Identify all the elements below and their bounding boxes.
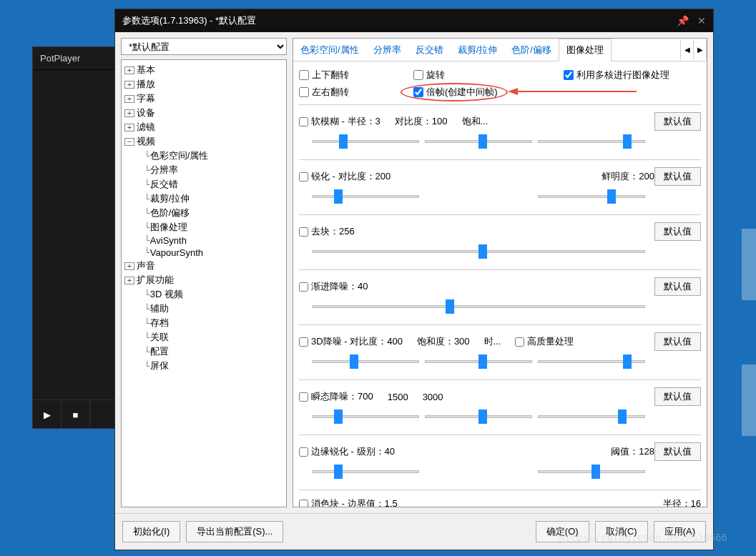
- transient-slider-2[interactable]: [538, 409, 645, 425]
- tree-item-14[interactable]: +声音: [122, 259, 286, 273]
- 3d-denoise-slider-0[interactable]: [312, 354, 419, 369]
- desktop-edge-panel: [742, 364, 756, 436]
- tree-toggle-icon[interactable]: +: [124, 109, 134, 117]
- dialog-titlebar: 参数选项(1.7.13963) - *默认配置 📌 ✕: [115, 9, 713, 32]
- tree-item-2[interactable]: +字幕: [122, 91, 286, 106]
- tree-item-21[interactable]: └ 屏保: [122, 359, 286, 373]
- soft-blur-slider-0[interactable]: [312, 134, 419, 149]
- tree-toggle-icon[interactable]: +: [124, 95, 134, 103]
- close-icon[interactable]: ✕: [697, 15, 706, 26]
- soft-blur-slider-2[interactable]: [538, 134, 645, 149]
- tree-item-8[interactable]: └ 反交错: [122, 177, 286, 192]
- pin-icon[interactable]: 📌: [677, 15, 689, 26]
- play-button[interactable]: ▶: [33, 400, 62, 429]
- potplayer-main-window: PotPlayer ▶ ■: [32, 46, 125, 429]
- edge-sharpen-default-button[interactable]: 默认值: [654, 442, 701, 461]
- export-button[interactable]: 导出当前配置(S)...: [186, 521, 283, 542]
- reset-button[interactable]: 初始化(I): [122, 521, 180, 542]
- 3d-denoise-checkbox[interactable]: [299, 337, 308, 347]
- tree-item-9[interactable]: └ 裁剪/拉伸: [122, 192, 286, 206]
- tab-图像处理[interactable]: 图像处理: [559, 39, 612, 61]
- prog-denoise-default-button[interactable]: 默认值: [654, 277, 701, 296]
- section-edge-sharpen: 边缘锐化 - 级别：40阈值：128默认值: [299, 435, 701, 484]
- ok-button[interactable]: 确定(O): [536, 521, 589, 542]
- tree-item-6[interactable]: └ 色彩空间/属性: [122, 149, 286, 163]
- section-soft-blur: 软模糊 - 半径：3对比度：100饱和...默认值: [299, 104, 701, 154]
- tab-next-icon[interactable]: ▶: [694, 41, 707, 59]
- tree-item-18[interactable]: └ 存档: [122, 316, 286, 330]
- prog-denoise-checkbox[interactable]: [299, 282, 308, 292]
- tree-item-15[interactable]: +扩展功能: [122, 273, 286, 287]
- edge-sharpen-slider-2[interactable]: [538, 464, 645, 480]
- tree-item-4[interactable]: +滤镜: [122, 120, 286, 134]
- soft-blur-slider-1[interactable]: [425, 134, 532, 149]
- flip-vertical-checkbox[interactable]: 上下翻转: [299, 69, 392, 81]
- flip-horizontal-checkbox[interactable]: 左右翻转: [299, 86, 392, 99]
- cancel-button[interactable]: 取消(C): [595, 521, 648, 542]
- tree-item-16[interactable]: └ 3D 视频: [122, 287, 286, 302]
- deblock-checkbox[interactable]: [299, 227, 308, 237]
- sharpen-slider-0[interactable]: [312, 189, 419, 204]
- tab-反交错[interactable]: 反交错: [408, 39, 451, 61]
- section-deblock: 去块：256默认值: [299, 214, 701, 264]
- tree-item-1[interactable]: +播放: [122, 77, 286, 91]
- section-transient: 瞬态降噪：70015003000默认值: [299, 379, 701, 429]
- edge-sharpen-slider-0[interactable]: [312, 464, 419, 480]
- rotate-checkbox[interactable]: 旋转: [413, 69, 542, 81]
- tree-item-3[interactable]: +设备: [122, 106, 286, 120]
- deblock-default-button[interactable]: 默认值: [654, 222, 701, 241]
- edge-sharpen-checkbox[interactable]: [299, 447, 308, 457]
- main-panel: 色彩空间/属性分辨率反交错裁剪/拉伸色阶/偏移图像处理 ◀ ▶ 上下翻转 旋转 …: [293, 38, 707, 507]
- 3d-denoise-slider-2[interactable]: [538, 354, 645, 369]
- tree-toggle-icon[interactable]: +: [124, 81, 134, 89]
- settings-tree[interactable]: +基本+播放+字幕+设备+滤镜−视频└ 色彩空间/属性└ 分辨率└ 反交错└ 裁…: [121, 59, 287, 507]
- double-frame-checkbox[interactable]: 倍帧(创建中间帧): [413, 86, 542, 99]
- 3d-denoise-default-button[interactable]: 默认值: [654, 332, 701, 351]
- tab-色阶/偏移[interactable]: 色阶/偏移: [504, 39, 559, 61]
- tree-toggle-icon[interactable]: +: [124, 262, 134, 270]
- profile-select[interactable]: *默认配置: [121, 38, 287, 55]
- sharpen-slider-2[interactable]: [538, 189, 645, 204]
- tree-toggle-icon[interactable]: +: [124, 66, 134, 74]
- transient-checkbox[interactable]: [299, 392, 308, 402]
- desktop-edge-panel: [742, 229, 756, 300]
- section-remove-block: 消色块 - 边界值：1.5半径：16: [299, 490, 701, 507]
- 3d-denoise-slider-1[interactable]: [425, 354, 532, 369]
- tree-toggle-icon[interactable]: +: [124, 124, 134, 131]
- tree-toggle-icon[interactable]: −: [124, 138, 134, 146]
- tree-item-13[interactable]: └ VapourSynth: [122, 247, 286, 259]
- potplayer-title: PotPlayer: [33, 47, 124, 70]
- apply-button[interactable]: 应用(A): [654, 521, 706, 542]
- tree-item-12[interactable]: └ AviSynth: [122, 234, 286, 247]
- section-3d-denoise: 3D降噪 - 对比度：400饱和度：300时...高质量处理默认值: [299, 324, 701, 374]
- tab-色彩空间/属性[interactable]: 色彩空间/属性: [293, 39, 366, 61]
- tree-item-5[interactable]: −视频: [122, 134, 286, 149]
- soft-blur-default-button[interactable]: 默认值: [654, 112, 701, 131]
- tree-item-17[interactable]: └ 辅助: [122, 302, 286, 316]
- tab-裁剪/拉伸[interactable]: 裁剪/拉伸: [451, 39, 505, 61]
- stop-button[interactable]: ■: [62, 400, 90, 429]
- prog-denoise-slider-0[interactable]: [312, 299, 645, 314]
- sharpen-default-button[interactable]: 默认值: [654, 167, 701, 186]
- tab-prev-icon[interactable]: ◀: [681, 41, 694, 59]
- preferences-dialog: 参数选项(1.7.13963) - *默认配置 📌 ✕ *默认配置 +基本+播放…: [114, 9, 714, 550]
- remove-block-checkbox[interactable]: [299, 500, 308, 507]
- potplayer-controls: ▶ ■: [33, 399, 124, 428]
- tab-分辨率[interactable]: 分辨率: [366, 39, 408, 61]
- tree-item-11[interactable]: └ 图像处理: [122, 220, 286, 234]
- transient-default-button[interactable]: 默认值: [654, 387, 701, 406]
- tree-item-7[interactable]: └ 分辨率: [122, 163, 286, 177]
- tree-item-19[interactable]: └ 关联: [122, 330, 286, 344]
- tree-toggle-icon[interactable]: +: [124, 277, 134, 284]
- transient-slider-1[interactable]: [425, 409, 532, 425]
- tree-item-10[interactable]: └ 色阶/偏移: [122, 206, 286, 220]
- multicore-checkbox[interactable]: 利用多核进行图像处理: [564, 69, 669, 81]
- transient-slider-0[interactable]: [312, 409, 419, 425]
- sharpen-checkbox[interactable]: [299, 172, 308, 182]
- soft-blur-checkbox[interactable]: [299, 117, 308, 126]
- section-prog-denoise: 渐进降噪：40默认值: [299, 269, 701, 319]
- tree-item-20[interactable]: └ 配置: [122, 344, 286, 359]
- 3d-denoise-hq-checkbox[interactable]: [515, 337, 524, 347]
- tree-item-0[interactable]: +基本: [122, 63, 286, 77]
- deblock-slider-0[interactable]: [312, 244, 645, 259]
